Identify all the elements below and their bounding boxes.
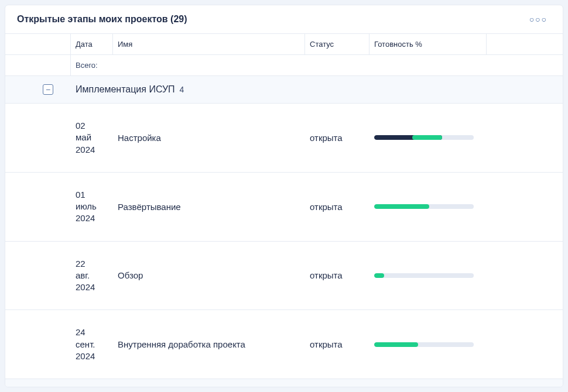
col-header-readiness[interactable]: Готовность % bbox=[369, 34, 487, 54]
progress-bar bbox=[374, 135, 474, 140]
group-toggle-cell: − bbox=[5, 84, 71, 95]
group-row[interactable]: +Имплементация ИСУП (каскад) 6 bbox=[5, 379, 563, 387]
progress-bar bbox=[374, 204, 474, 209]
totals-label: Всего: bbox=[71, 55, 113, 75]
row-name: Обзор bbox=[113, 264, 305, 286]
row-status: открыта bbox=[305, 127, 369, 149]
row-date: 24сент.2024 bbox=[71, 321, 113, 368]
row-name: Внутренняя доработка проекта bbox=[113, 333, 305, 355]
table-row[interactable]: 02май2024Настройкаоткрыта bbox=[5, 104, 563, 173]
row-readiness bbox=[369, 129, 487, 146]
row-readiness bbox=[369, 267, 487, 284]
row-readiness bbox=[369, 198, 487, 215]
table-row[interactable]: 22авг.2024Обзороткрыта bbox=[5, 242, 563, 311]
col-header-status[interactable]: Статус bbox=[305, 34, 369, 54]
row-tail bbox=[487, 270, 563, 281]
row-date: 02май2024 bbox=[71, 114, 113, 161]
row-date: 22авг.2024 bbox=[71, 252, 113, 300]
row-status: открыта bbox=[305, 196, 369, 218]
row-tail bbox=[487, 132, 563, 143]
row-name: Настройка bbox=[113, 127, 305, 149]
progress-bar bbox=[374, 273, 474, 278]
table-row[interactable]: 01июль2024Развёртываниеоткрыта bbox=[5, 173, 563, 242]
row-status: открыта bbox=[305, 264, 369, 286]
table-header-row: Дата Имя Статус Готовность % bbox=[5, 34, 563, 55]
col-header-date[interactable]: Дата bbox=[71, 34, 113, 54]
more-icon[interactable]: ○○○ bbox=[526, 12, 551, 26]
row-tail bbox=[487, 339, 563, 350]
row-date: 01июль2024 bbox=[71, 183, 113, 231]
row-name: Развёртывание bbox=[113, 196, 305, 218]
col-header-name[interactable]: Имя bbox=[113, 34, 305, 54]
progress-bar bbox=[374, 342, 474, 347]
group-row[interactable]: −Имплементация ИСУП 4 bbox=[5, 76, 563, 104]
groups-container: −Имплементация ИСУП 402май2024Настройкао… bbox=[5, 76, 563, 387]
stages-panel: Открытые этапы моих проектов (29) ○○○ Да… bbox=[5, 5, 563, 387]
table-row[interactable]: 24сент.2024Внутренняя доработка проектао… bbox=[5, 310, 563, 379]
row-readiness bbox=[369, 336, 487, 353]
row-tail bbox=[487, 201, 563, 212]
panel-title: Открытые этапы моих проектов (29) bbox=[17, 14, 187, 25]
collapse-icon[interactable]: − bbox=[43, 84, 53, 95]
col-header-toggle bbox=[5, 34, 71, 54]
col-header-tail bbox=[487, 34, 563, 54]
panel-header: Открытые этапы моих проектов (29) ○○○ bbox=[5, 5, 563, 34]
row-status: открыта bbox=[305, 333, 369, 355]
group-count: 4 bbox=[177, 85, 184, 94]
totals-row: Всего: bbox=[5, 55, 563, 76]
group-title: Имплементация ИСУП 4 bbox=[71, 84, 184, 95]
